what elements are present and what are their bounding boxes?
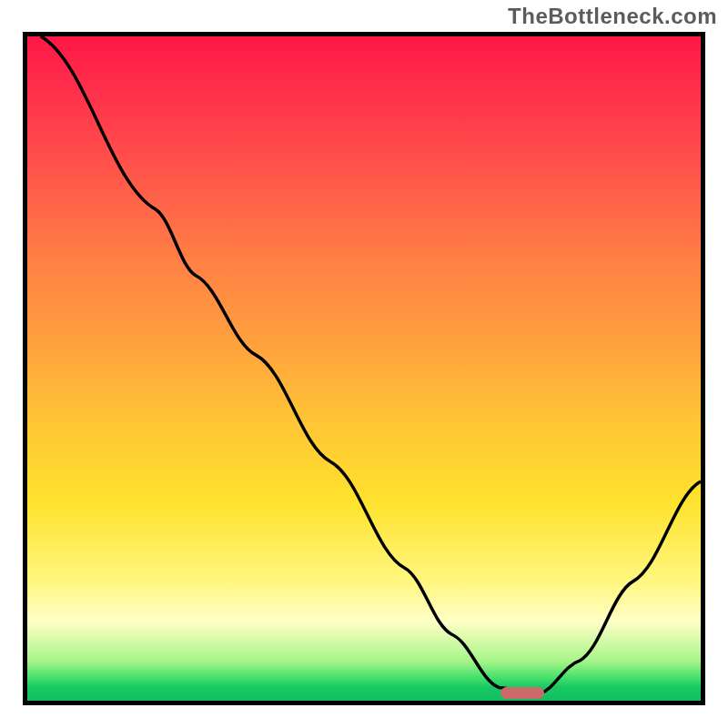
chart-container: TheBottleneck.com <box>0 0 728 728</box>
bottleneck-curve <box>27 36 701 701</box>
watermark-text: TheBottleneck.com <box>508 4 717 29</box>
plot-area <box>23 32 705 705</box>
curve-path <box>41 36 701 694</box>
optimal-marker <box>500 687 544 699</box>
